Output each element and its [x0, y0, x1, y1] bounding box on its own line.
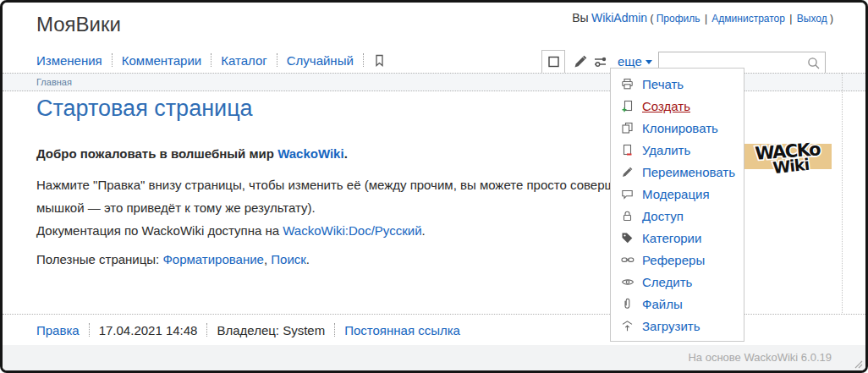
powered-by-text: На основе WackoWiki 6.0.19 [688, 351, 832, 364]
menu-item-files[interactable]: Файлы [611, 293, 744, 315]
chevron-down-icon [646, 60, 652, 64]
printer-icon [621, 78, 635, 91]
welcome-paragraph: Добро пожаловать в волшебный мир WackoWi… [36, 146, 348, 161]
pencil-icon [621, 166, 635, 178]
menu-item-upload[interactable]: Загрузить [611, 315, 744, 337]
nav-item-catalog[interactable]: Каталог [221, 53, 267, 68]
paren-close: ) [830, 13, 833, 25]
search-page-link[interactable]: Поиск [271, 252, 306, 266]
divider [206, 323, 207, 337]
link-chain-icon [621, 254, 635, 266]
resize-grip-icon[interactable] [853, 359, 863, 369]
last-modified-timestamp: 17.04.2021 14:48 [99, 323, 198, 337]
menu-item-rename[interactable]: Переименовать [611, 161, 744, 183]
menu-item-clone[interactable]: Клонировать [611, 117, 744, 139]
tag-icon [621, 232, 635, 244]
edit-page-link[interactable]: Правка [36, 323, 80, 337]
pencil-icon [573, 54, 588, 69]
username-link[interactable]: WikiAdmin [591, 11, 647, 25]
breadcrumb-home-link[interactable]: Главная [36, 77, 72, 87]
nav-item-comments[interactable]: Комментарии [122, 53, 201, 68]
menu-item-delete[interactable]: Удалить [611, 139, 744, 161]
useful-pages-paragraph: Полезные страницы: Форматирование, Поиск… [36, 252, 310, 266]
docs-text: Документация по WackoWiki доступна на [36, 223, 283, 238]
lock-icon [621, 210, 635, 222]
more-dropdown-menu: Печать Создать Клонировать Удалить Переи… [610, 68, 744, 342]
page-title: Стартовая страница [36, 96, 253, 122]
user-prefix: Вы [572, 11, 588, 25]
clone-icon [621, 122, 635, 134]
admin-link[interactable]: Администратор [711, 13, 785, 25]
menu-item-print[interactable]: Печать [611, 73, 744, 95]
useful-text: Полезные страницы: [36, 252, 162, 266]
divider [363, 53, 364, 67]
docs-link[interactable]: WackoWiki:Doc/Русский [283, 223, 421, 238]
settings-button[interactable] [593, 54, 608, 69]
docs-period: . [422, 223, 426, 238]
menu-item-access[interactable]: Доступ [611, 205, 744, 227]
speech-bubble-icon [621, 188, 635, 200]
welcome-period: . [344, 146, 348, 161]
select-mode-button[interactable] [541, 50, 565, 74]
edit-button[interactable] [573, 54, 588, 69]
logo-word2: Wiki [772, 155, 810, 177]
divider [334, 323, 335, 337]
wiki-window: Вы WikiAdmin ( Профиль | Администратор |… [0, 0, 868, 373]
more-menu-button[interactable]: еще [618, 54, 652, 69]
site-title: МояВики [36, 13, 121, 36]
bottom-band: На основе WackoWiki 6.0.19 [3, 345, 865, 370]
square-icon [548, 56, 559, 68]
tune-sliders-icon [593, 54, 608, 69]
paren-open: ( [650, 13, 653, 25]
user-bar: Вы WikiAdmin ( Профиль | Администратор |… [572, 11, 833, 25]
eye-icon [621, 276, 635, 288]
nav-item-random[interactable]: Случайный [287, 53, 354, 68]
owner-label: Владелец: System [217, 323, 325, 337]
upload-icon [621, 320, 635, 332]
menu-item-categories[interactable]: Категории [611, 227, 744, 249]
welcome-text: Добро пожаловать в волшебный мир [36, 146, 277, 161]
permalink-link[interactable]: Постоянная ссылка [344, 323, 460, 337]
divider [89, 323, 90, 337]
docs-paragraph: Документация по WackoWiki доступна на Wa… [36, 223, 426, 238]
pipe-separator: | [788, 13, 794, 25]
profile-link[interactable]: Профиль [656, 13, 700, 25]
divider [112, 53, 113, 67]
divider [277, 53, 277, 67]
wackowiki-link[interactable]: WackoWiki [277, 146, 344, 161]
logout-link[interactable]: Выход [797, 13, 827, 25]
page-add-icon [621, 100, 635, 112]
pipe-separator: | [703, 13, 709, 25]
more-label: еще [618, 54, 642, 69]
content-right-border [842, 73, 843, 345]
divider [211, 53, 212, 67]
menu-item-create[interactable]: Создать [611, 95, 744, 117]
search-icon[interactable] [807, 57, 821, 70]
wackowiki-logo: WACKo Wiki [740, 129, 837, 177]
menu-item-moderation[interactable]: Модерация [611, 183, 744, 205]
formatting-link[interactable]: Форматирование [162, 252, 264, 266]
useful-period: . [306, 252, 310, 266]
bookmark-icon[interactable] [373, 53, 386, 68]
nav-bar: Изменения Комментарии Каталог Случайный [36, 50, 386, 70]
page-remove-icon [621, 144, 635, 156]
menu-item-referrers[interactable]: Рефереры [611, 249, 744, 271]
paperclip-icon [621, 298, 635, 310]
nav-item-changes[interactable]: Изменения [36, 53, 102, 68]
menu-item-watch[interactable]: Следить [611, 271, 744, 293]
